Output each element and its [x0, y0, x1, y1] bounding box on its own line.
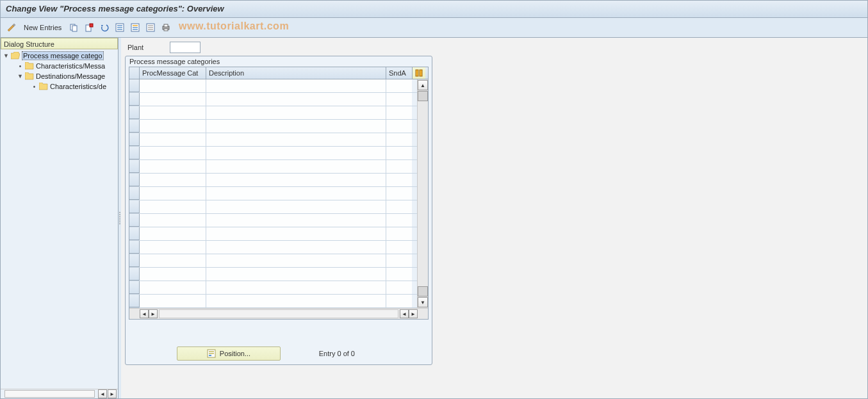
- scroll-thumb[interactable]: [418, 91, 428, 101]
- svg-rect-5: [117, 25, 122, 26]
- row-selector[interactable]: [129, 227, 140, 240]
- table-row[interactable]: [129, 106, 417, 120]
- row-selector[interactable]: [129, 241, 140, 254]
- tree-node-characteristics-de[interactable]: • Characteristics/de: [1, 81, 118, 92]
- scroll-right-icon[interactable]: ►: [149, 309, 158, 318]
- select-all-column[interactable]: [129, 67, 140, 79]
- table-row[interactable]: [129, 254, 417, 268]
- tree-label: Characteristics/Messa: [36, 62, 105, 70]
- folder-icon: [25, 62, 34, 70]
- hscroll-track[interactable]: [159, 309, 398, 318]
- svg-rect-18: [164, 29, 168, 31]
- table-row[interactable]: [129, 93, 417, 106]
- scroll-right-icon[interactable]: ►: [108, 389, 117, 398]
- scroll-right-icon[interactable]: ►: [409, 309, 418, 318]
- tree-node-destinations-message[interactable]: ▼ Destinations/Message: [1, 71, 118, 81]
- tree-node-process-message-categories[interactable]: ▼ Process message catego: [1, 51, 118, 61]
- row-selector[interactable]: [129, 160, 140, 173]
- dialog-structure-tree[interactable]: ▼ Process message catego • Characteristi…: [1, 49, 118, 389]
- table-header: ProcMessage Cat Description SndA: [129, 67, 428, 79]
- row-selector[interactable]: [129, 147, 140, 159]
- scroll-left-icon[interactable]: ◄: [140, 309, 149, 318]
- svg-rect-22: [209, 351, 214, 352]
- svg-rect-15: [148, 29, 153, 30]
- sidebar-hscroll[interactable]: ◄ ►: [1, 389, 118, 398]
- new-entries-button[interactable]: New Entries: [21, 24, 64, 31]
- row-selector[interactable]: [129, 254, 140, 267]
- row-selector[interactable]: [129, 79, 140, 92]
- row-selector[interactable]: [129, 174, 140, 186]
- table-row[interactable]: [129, 200, 417, 214]
- svg-rect-24: [209, 355, 211, 356]
- row-selector[interactable]: [129, 295, 140, 307]
- table-row[interactable]: [129, 227, 417, 241]
- delete-icon[interactable]: [83, 22, 95, 33]
- sidebar-header: Dialog Structure: [1, 38, 118, 49]
- scroll-down-icon[interactable]: ▼: [418, 297, 428, 307]
- horizontal-scrollbar[interactable]: ◄ ► ◄ ►: [129, 308, 428, 319]
- position-button[interactable]: Position...: [177, 346, 281, 361]
- print-icon[interactable]: [160, 22, 172, 33]
- table-row[interactable]: [129, 133, 417, 147]
- table-row[interactable]: [129, 120, 417, 133]
- expand-icon[interactable]: ▼: [3, 53, 9, 59]
- vertical-scrollbar[interactable]: ▲ ▼: [417, 79, 428, 308]
- table-settings-icon[interactable]: [412, 67, 425, 79]
- scroll-left-icon[interactable]: ◄: [98, 389, 107, 398]
- content-area: Plant Process message categories ProcMes…: [121, 38, 867, 398]
- scroll-up-icon[interactable]: ▲: [418, 80, 428, 90]
- svg-rect-7: [117, 29, 122, 30]
- svg-rect-17: [164, 24, 168, 27]
- hscroll-track[interactable]: [4, 390, 95, 398]
- col-procmessage-cat[interactable]: ProcMessage Cat: [140, 67, 206, 79]
- table-body[interactable]: [129, 79, 417, 308]
- process-message-categories-group: Process message categories ProcMessage C…: [125, 56, 432, 365]
- table-row[interactable]: [129, 79, 417, 93]
- deselect-all-icon[interactable]: [145, 22, 156, 33]
- tree-label: Characteristics/de: [50, 83, 106, 90]
- dialog-structure-sidebar: Dialog Structure ▼ Process message categ…: [1, 38, 119, 398]
- select-block-icon[interactable]: [129, 22, 141, 33]
- table-row[interactable]: [129, 160, 417, 174]
- svg-rect-3: [90, 24, 93, 27]
- tree-node-characteristics-messa[interactable]: • Characteristics/Messa: [1, 61, 118, 71]
- svg-rect-9: [133, 25, 138, 26]
- undo-icon[interactable]: [99, 22, 110, 33]
- folder-icon: [25, 72, 34, 80]
- copy-icon[interactable]: [68, 22, 79, 33]
- row-selector[interactable]: [129, 93, 140, 106]
- col-snda[interactable]: SndA: [386, 67, 412, 79]
- row-selector[interactable]: [129, 120, 140, 133]
- row-selector[interactable]: [129, 106, 140, 119]
- table-row[interactable]: [129, 174, 417, 187]
- expand-icon[interactable]: ▼: [17, 73, 23, 79]
- svg-rect-11: [133, 29, 138, 30]
- col-description[interactable]: Description: [206, 67, 386, 79]
- folder-icon: [39, 83, 48, 90]
- row-selector[interactable]: [129, 214, 140, 227]
- table-row[interactable]: [129, 187, 417, 200]
- main-area: Dialog Structure ▼ Process message categ…: [1, 38, 867, 398]
- scroll-left-icon[interactable]: ◄: [400, 309, 409, 318]
- table-row[interactable]: [129, 295, 417, 308]
- entry-count-text: Entry 0 of 0: [319, 350, 355, 357]
- row-selector[interactable]: [129, 187, 140, 200]
- table-row[interactable]: [129, 268, 417, 281]
- app-window: Change View "Process message categories"…: [0, 0, 868, 399]
- tree-label: Process message catego: [22, 51, 104, 60]
- select-all-icon[interactable]: [114, 22, 126, 33]
- row-selector[interactable]: [129, 281, 140, 294]
- scroll-thumb[interactable]: [418, 286, 428, 297]
- table-row[interactable]: [129, 281, 417, 295]
- toggle-change-icon[interactable]: [6, 22, 17, 33]
- svg-rect-13: [148, 25, 153, 26]
- plant-label: Plant: [127, 44, 166, 51]
- table-row[interactable]: [129, 241, 417, 254]
- table-row[interactable]: [129, 214, 417, 227]
- plant-input[interactable]: [170, 42, 201, 53]
- table-row[interactable]: [129, 147, 417, 160]
- row-selector[interactable]: [129, 268, 140, 281]
- position-label: Position...: [220, 350, 250, 357]
- row-selector[interactable]: [129, 200, 140, 213]
- row-selector[interactable]: [129, 133, 140, 146]
